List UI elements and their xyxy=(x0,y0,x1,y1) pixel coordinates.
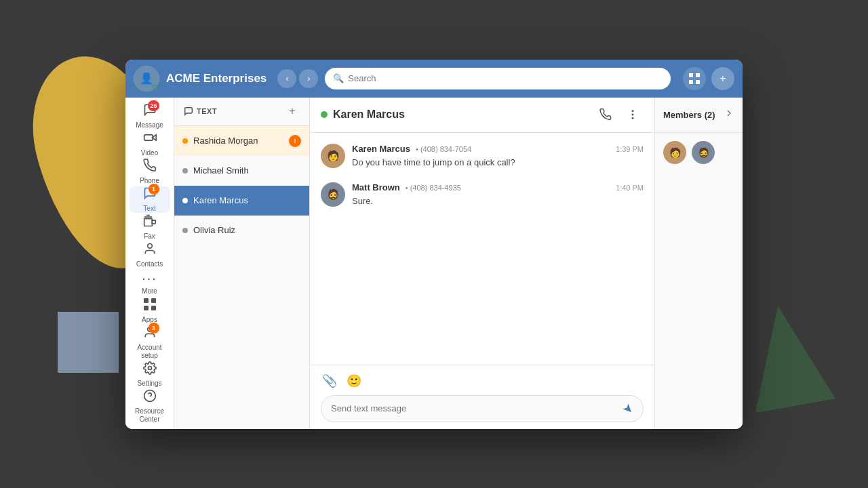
add-conversation-button[interactable]: + xyxy=(285,104,300,119)
sidebar-item-video[interactable]: Video xyxy=(130,131,170,157)
video-icon xyxy=(143,131,157,148)
emoji-button[interactable]: 🙂 xyxy=(345,372,363,390)
send-button[interactable]: ➤ xyxy=(619,399,637,417)
more-options-button[interactable] xyxy=(622,104,644,125)
fax-icon xyxy=(143,214,157,231)
decorative-shape-blue xyxy=(58,312,119,373)
status-dot-karen xyxy=(182,198,188,203)
attachment-button[interactable]: 📎 xyxy=(321,372,338,390)
sidebar-item-contacts[interactable]: Contacts xyxy=(130,242,170,268)
company-name: ACME Enterprises xyxy=(166,72,267,85)
sidebar-label-text: Text xyxy=(143,205,155,212)
svg-rect-10 xyxy=(144,306,149,310)
svg-rect-1 xyxy=(696,73,700,77)
app-window: 👤 ACME Enterprises ‹ › 🔍 xyxy=(125,60,743,429)
member-avatar-karen: 🧑 xyxy=(663,141,686,164)
conversation-item-rashida[interactable]: Rashida Morgan ! xyxy=(174,126,309,156)
svg-rect-2 xyxy=(689,80,693,84)
status-dot xyxy=(153,85,159,91)
sidebar-item-resource[interactable]: Resource Center xyxy=(130,389,170,424)
status-dot-michael xyxy=(182,168,188,174)
svg-rect-6 xyxy=(144,219,152,226)
sender-name-karen: Karen Marcus xyxy=(352,144,410,154)
sender-name-matt: Matt Brown xyxy=(352,182,400,192)
sidebar-item-phone[interactable]: Phone xyxy=(130,159,170,185)
panel-header: TEXT + xyxy=(174,98,309,126)
sidebar-item-settings[interactable]: Settings xyxy=(130,361,170,388)
contacts-icon xyxy=(143,242,157,259)
text-badge: 1 xyxy=(149,184,159,195)
search-input[interactable] xyxy=(348,73,663,83)
conversations-panel: TEXT + Rashida Morgan ! Michael Smith xyxy=(174,98,310,429)
chat-status-dot xyxy=(321,111,328,118)
message-row-matt: 🧔 Matt Brown • (408) 834-4935 1:40 PM Su… xyxy=(321,182,644,207)
members-expand-button[interactable] xyxy=(724,108,734,121)
sidebar-label-resource: Resource Center xyxy=(130,407,170,424)
apps-icon xyxy=(143,298,157,314)
sidebar-item-text[interactable]: 1 Text xyxy=(130,186,170,213)
conv-name-rashida: Rashida Morgan xyxy=(193,136,283,146)
company-avatar: 👤 xyxy=(134,66,159,92)
message-text-karen: Do you have time to jump on a quick call… xyxy=(352,157,644,169)
status-dot-olivia xyxy=(182,228,188,233)
conversation-item-michael[interactable]: Michael Smith xyxy=(174,156,309,186)
avatar-matt: 🧔 xyxy=(321,182,345,207)
svg-rect-3 xyxy=(696,80,700,84)
header: 👤 ACME Enterprises ‹ › 🔍 xyxy=(125,60,743,98)
message-row-karen: 🧑 Karen Marcus • (408) 834-7054 1:39 PM … xyxy=(321,144,644,169)
main-content: 26 Message Video xyxy=(125,98,743,429)
sidebar-label-settings: Settings xyxy=(137,380,161,387)
account-badge: 3 xyxy=(149,323,159,333)
conv-name-karen: Karen Marcus xyxy=(193,195,301,205)
svg-point-18 xyxy=(632,117,634,119)
svg-point-13 xyxy=(148,367,151,370)
svg-rect-0 xyxy=(689,73,693,77)
sidebar-item-message[interactable]: 26 Message xyxy=(130,103,170,129)
text-icon: 1 xyxy=(143,186,157,203)
avatar-karen: 🧑 xyxy=(321,144,345,168)
sidebar-label-phone: Phone xyxy=(140,177,159,184)
add-button[interactable]: + xyxy=(711,67,734,90)
chat-header: Karen Marcus xyxy=(310,98,654,133)
message-input[interactable] xyxy=(331,403,618,413)
svg-point-7 xyxy=(147,244,152,249)
chat-area: Karen Marcus xyxy=(310,98,654,429)
sidebar-item-more[interactable]: ··· More xyxy=(130,270,170,296)
panel-title: TEXT xyxy=(184,106,217,116)
svg-rect-11 xyxy=(151,306,156,310)
decorative-shape-green xyxy=(738,299,835,413)
sidebar-item-account[interactable]: 3 Account setup xyxy=(130,325,170,360)
conversation-item-karen[interactable]: Karen Marcus xyxy=(174,186,309,216)
sidebar-label-fax: Fax xyxy=(144,232,155,240)
more-icon: ··· xyxy=(142,270,157,286)
call-button[interactable] xyxy=(595,104,616,125)
message-header-karen: Karen Marcus • (408) 834-7054 1:39 PM xyxy=(352,144,644,154)
settings-icon xyxy=(143,361,157,378)
search-icon: 🔍 xyxy=(333,73,344,83)
sidebar-nav: 26 Message Video xyxy=(125,98,174,429)
sidebar-label-video: Video xyxy=(141,149,158,157)
sender-phone-matt: • (408) 834-4935 xyxy=(406,184,461,192)
message-text-matt: Sure. xyxy=(352,195,644,207)
message-content-karen: Karen Marcus • (408) 834-7054 1:39 PM Do… xyxy=(352,144,644,169)
message-time-matt: 1:40 PM xyxy=(616,184,644,192)
conversation-list: Rashida Morgan ! Michael Smith Karen Mar… xyxy=(174,126,309,429)
sidebar-item-fax[interactable]: Fax xyxy=(130,214,170,241)
conversation-item-olivia[interactable]: Olivia Ruiz xyxy=(174,216,309,245)
message-content-matt: Matt Brown • (408) 834-4935 1:40 PM Sure… xyxy=(352,182,644,207)
message-badge: 26 xyxy=(148,100,159,111)
sender-phone-karen: • (408) 834-7054 xyxy=(416,145,471,153)
svg-point-16 xyxy=(632,110,634,112)
nav-forward-button[interactable]: › xyxy=(299,69,318,88)
svg-rect-8 xyxy=(144,298,149,303)
svg-rect-9 xyxy=(151,298,156,303)
sidebar-label-account: Account setup xyxy=(130,344,170,360)
apps-grid-button[interactable] xyxy=(683,67,706,90)
member-avatar-matt: 🧔 xyxy=(692,141,715,164)
chat-header-left: Karen Marcus xyxy=(321,108,405,121)
sidebar-item-apps[interactable]: Apps xyxy=(130,298,170,324)
input-tools: 📎 🙂 xyxy=(321,372,644,390)
messages-area: 🧑 Karen Marcus • (408) 834-7054 1:39 PM … xyxy=(310,133,654,365)
nav-back-button[interactable]: ‹ xyxy=(277,69,296,88)
text-input-row: ➤ xyxy=(321,395,644,422)
